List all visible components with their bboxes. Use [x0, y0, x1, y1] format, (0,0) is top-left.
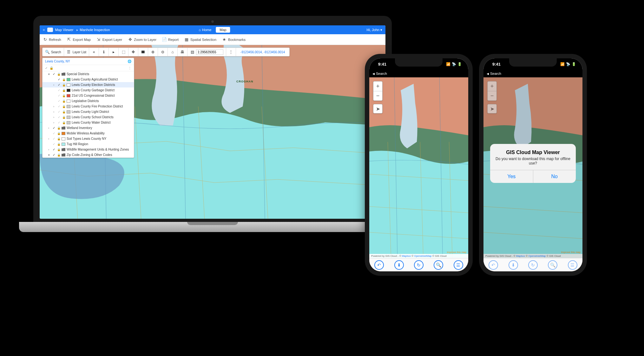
alert-no-button[interactable]: No: [533, 170, 576, 183]
home-extent-button[interactable]: ⌂: [168, 48, 178, 56]
expand-icon[interactable]: ▾: [48, 73, 51, 76]
visibility-check-icon[interactable]: ✓: [53, 72, 56, 76]
layer-row[interactable]: ▾✓🔒Zip Code-Zoning & Other Codes: [43, 152, 134, 158]
lock-icon[interactable]: 🔒: [57, 132, 60, 135]
zoom-in-button[interactable]: +: [488, 81, 496, 91]
expand-icon[interactable]: ›: [53, 83, 56, 87]
lock-icon[interactable]: 🔒: [57, 148, 60, 151]
collapse-button[interactable]: «: [89, 48, 99, 56]
phone-map[interactable]: + − ➤ Powered by GIS Cloud - © Mapbox © …: [369, 77, 468, 258]
zoom-in-button[interactable]: +: [373, 81, 382, 91]
zoom-out-button[interactable]: −: [373, 91, 382, 100]
undo-button[interactable]: ↶: [374, 260, 384, 270]
menu-button[interactable]: ☰: [454, 260, 463, 270]
pin-button[interactable]: ⯀: [138, 48, 148, 56]
check-icon[interactable]: ✓: [45, 66, 48, 70]
lock-icon[interactable]: 🔒: [57, 143, 60, 146]
locate-button[interactable]: ➤: [373, 104, 383, 113]
layer-row[interactable]: ›✓🔒Lewis County Light District: [43, 109, 134, 114]
lock-icon[interactable]: 🔒: [57, 126, 60, 130]
lock-icon[interactable]: 🔒: [62, 89, 65, 92]
mapbox-link[interactable]: Mapbox: [516, 255, 525, 257]
lock-icon[interactable]: 🔒: [62, 94, 65, 97]
zoom-out-button[interactable]: −: [488, 91, 496, 100]
zoom-out-button[interactable]: ⊖: [158, 48, 168, 56]
visibility-check-icon[interactable]: ✓: [53, 126, 56, 130]
settings-more-icon[interactable]: ⋮: [128, 66, 131, 70]
visibility-check-icon[interactable]: ✓: [58, 110, 61, 113]
layer-list-button[interactable]: ☰Layer List: [64, 48, 89, 56]
osm-link[interactable]: OpenstreetMap: [528, 255, 546, 257]
app-name[interactable]: Map Viewer: [55, 28, 73, 32]
expand-icon[interactable]: ›: [53, 116, 56, 119]
visibility-check-icon[interactable]: ✓: [58, 115, 61, 119]
layer-row[interactable]: ✓🔒Legislative Districts: [43, 98, 134, 104]
more-button[interactable]: ⋮: [226, 48, 236, 56]
pointer-button[interactable]: ▸: [109, 48, 119, 56]
lock-icon[interactable]: 🔒: [62, 100, 65, 103]
download-button[interactable]: ⬇: [509, 260, 518, 270]
lock-icon[interactable]: 🔒: [62, 110, 65, 113]
visibility-check-icon[interactable]: ✓: [53, 153, 56, 157]
search-button[interactable]: 🔍: [548, 260, 557, 270]
layer-row[interactable]: ✓🔒Mobile Wireless Availability: [43, 131, 134, 136]
nav-bar[interactable]: ◂ Search: [483, 70, 582, 77]
lock-icon[interactable]: 🔒: [62, 78, 65, 81]
layer-row[interactable]: ✓🔒Lewis County Agricultural District: [43, 77, 134, 82]
layer-row[interactable]: ✓🔒Tug Hill Region: [43, 141, 134, 147]
user-menu[interactable]: Hi, John ▾: [367, 28, 382, 32]
scale-input[interactable]: [196, 49, 223, 55]
pan-button[interactable]: ✥: [128, 48, 138, 56]
visibility-check-icon[interactable]: ✓: [53, 148, 56, 151]
layer-row[interactable]: ✓🔒Lewis County Garbage District: [43, 87, 134, 93]
refresh-button[interactable]: ↻: [528, 260, 538, 270]
map-canvas[interactable]: CROGHAN 🔍Search ☰Layer List « ℹ ▸ ⬚ ✥ ⯀ …: [40, 45, 385, 219]
layer-row[interactable]: ›✓🔒Soil Types Lewis County NY: [43, 136, 134, 141]
layer-row[interactable]: ›✓🔒Lewis County School Districts: [43, 114, 134, 120]
improve-link[interactable]: Improve this map: [447, 251, 466, 254]
map-title-link[interactable]: Lewis County, NY: [45, 60, 70, 63]
lock-icon[interactable]: 🔒: [57, 137, 60, 140]
search-button[interactable]: 🔍: [434, 260, 443, 270]
download-button[interactable]: ⬇: [394, 260, 404, 270]
layer-row[interactable]: ›✓🔒Wildlife Management Units & Hunting Z…: [43, 147, 134, 152]
project-name[interactable]: Manhole Inspection: [80, 28, 110, 32]
globe-icon[interactable]: 🌐: [128, 60, 131, 63]
expand-icon[interactable]: ›: [48, 137, 51, 140]
visibility-check-icon[interactable]: ✓: [58, 121, 61, 124]
zoom-to-layer-button[interactable]: ✥Zoom to Layer: [128, 37, 156, 42]
expand-icon[interactable]: ›: [53, 105, 56, 108]
phone-map[interactable]: + − ➤ GIS Cloud Map Viewer Do you want t…: [483, 77, 582, 258]
undo-button[interactable]: ↶: [489, 260, 498, 270]
visibility-check-icon[interactable]: ✓: [58, 78, 61, 81]
lock-icon[interactable]: 🔒: [57, 153, 60, 157]
search-button[interactable]: 🔍Search: [43, 48, 64, 56]
expand-icon[interactable]: ›: [53, 110, 56, 113]
layer-row[interactable]: ✓🔒21st US Congressional District: [43, 93, 134, 98]
bookmarks-button[interactable]: ★Bookmarks: [222, 37, 246, 42]
lock-icon[interactable]: 🔒: [57, 73, 60, 76]
lock-icon[interactable]: 🔒: [62, 116, 65, 119]
report-button[interactable]: 📄Report: [162, 37, 179, 42]
spatial-selection-button[interactable]: ▦Spatial Selection: [184, 37, 216, 42]
lock-icon[interactable]: 🔒: [62, 83, 65, 87]
lock-icon[interactable]: 🔒: [62, 105, 65, 108]
visibility-check-icon[interactable]: ✓: [58, 83, 61, 87]
visibility-check-icon[interactable]: ✓: [58, 99, 61, 103]
expand-icon[interactable]: ›: [48, 148, 51, 151]
layer-row[interactable]: ›✓🔒Lewis County Fire Protection District: [43, 104, 134, 109]
locate-button[interactable]: ➤: [487, 104, 497, 113]
visibility-check-icon[interactable]: ✓: [53, 132, 56, 135]
expand-icon[interactable]: ›: [48, 126, 51, 130]
layer-row[interactable]: ›✓🔒Lewis County Water District: [43, 120, 134, 125]
visibility-check-icon[interactable]: ✓: [58, 88, 61, 92]
tab-map[interactable]: Map: [216, 27, 230, 33]
visibility-check-icon[interactable]: ✓: [53, 137, 56, 140]
improve-link[interactable]: Improve this map: [561, 251, 581, 254]
zoom-in-button[interactable]: ⊕: [148, 48, 158, 56]
visibility-check-icon[interactable]: ✓: [58, 94, 61, 97]
refresh-button[interactable]: ↻: [414, 260, 424, 270]
osm-link[interactable]: OpenstreetMap: [414, 255, 431, 257]
select-rect-button[interactable]: ⬚: [119, 48, 128, 56]
refresh-button[interactable]: ↻Refresh: [43, 37, 61, 42]
